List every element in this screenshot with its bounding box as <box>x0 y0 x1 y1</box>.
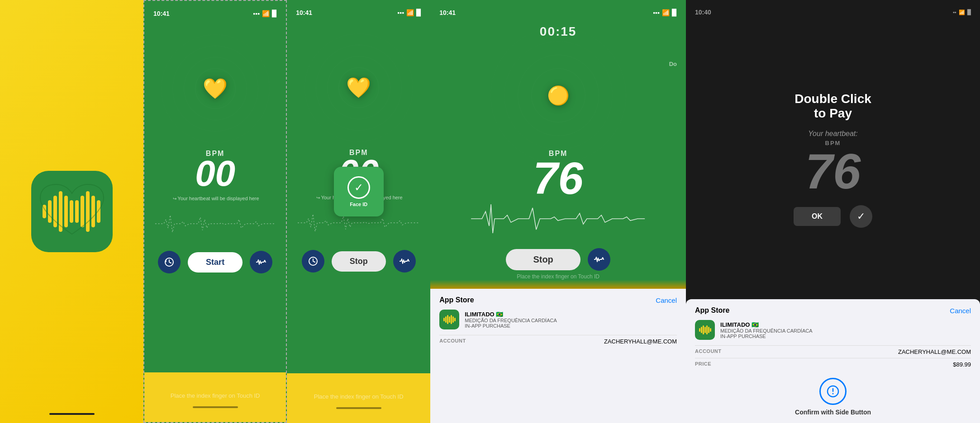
svg-rect-6 <box>75 200 79 223</box>
price-row: PRICE $89.99 <box>695 358 971 371</box>
radar-display: 🟡 <box>481 43 635 147</box>
account-row: ACCOUNT ZACHERYHALL@ME.COM <box>695 345 971 358</box>
waveform-svg <box>443 201 673 237</box>
double-click-hint: Do <box>669 61 677 67</box>
account-value: ZACHERYHALL@ME.COM <box>898 348 971 355</box>
svg-rect-19 <box>454 318 456 321</box>
account-row: ACCOUNT ZACHERYHALL@ME.COM <box>439 335 677 348</box>
svg-rect-24 <box>706 325 708 334</box>
home-indicator <box>49 413 95 415</box>
app-store-sheet: App Store Cancel <box>430 289 686 423</box>
radar-display: 💛 <box>157 30 274 147</box>
app-icon-graphic <box>38 180 106 243</box>
history-icon <box>308 256 318 266</box>
touch-id-label: Place the index finger on Touch ID <box>171 392 260 403</box>
svg-rect-14 <box>445 316 447 323</box>
panel-running-screen: 10:41 ▪▪▪ 📶 ▉ 00:15 🟡 Do BPM 76 Stop <box>430 0 686 423</box>
signal-icon: ▪▪▪ <box>253 10 260 17</box>
svg-rect-26 <box>710 328 711 332</box>
panel-app-icon <box>0 0 143 423</box>
bpm-dark-value: 76 <box>805 146 861 196</box>
status-time: 10:41 <box>153 10 170 17</box>
svg-rect-13 <box>443 318 445 321</box>
phone-main-content: 00:15 🟡 Do BPM 76 Stop Place the in <box>430 20 686 280</box>
heartbeat-placeholder: ↪ Your heartbeat will be displayed here <box>171 196 259 201</box>
status-bar-panel4: 10:41 ▪▪▪ 📶 ▉ <box>430 0 686 20</box>
panel-apple-pay: 10:40 ▪▪ 📶 ▉ Double Clickto Pay Your hea… <box>686 0 980 423</box>
account-label: ACCOUNT <box>439 338 466 345</box>
app-store-product: ILIMITADO 🇧🇷 MEDIÇÃO DA FREQUÊNCIA CARDÍ… <box>439 310 677 329</box>
svg-rect-17 <box>451 315 452 324</box>
apple-pay-content: Double Clickto Pay Your heartbeat: BPM 7… <box>686 20 980 299</box>
history-button[interactable] <box>158 251 181 273</box>
product-icon <box>695 320 715 340</box>
battery-icon: ▉ <box>672 9 677 16</box>
svg-rect-4 <box>64 196 68 227</box>
signal-icon: ▪▪▪ <box>397 9 404 16</box>
face-id-overlay: ✓ Face ID <box>334 167 384 216</box>
app-store-title: App Store <box>439 296 474 304</box>
app-store-header: App Store Cancel <box>695 306 971 315</box>
face-id-label: Face ID <box>350 202 367 207</box>
svg-rect-15 <box>447 315 448 324</box>
svg-rect-5 <box>70 200 73 223</box>
waveform-button[interactable] <box>250 251 272 273</box>
status-icons: ▪▪▪ 📶 ▉ <box>397 9 421 16</box>
gradient-transition <box>430 280 686 289</box>
waveform-icon <box>594 256 604 263</box>
app-store-title: App Store <box>695 306 729 315</box>
waveform-icon <box>256 259 266 265</box>
yellow-bottom-area: Place the index finger on Touch ID <box>287 373 430 423</box>
waveform-svg <box>155 206 276 242</box>
ok-button[interactable]: OK <box>794 207 841 226</box>
app-icon[interactable] <box>31 171 113 252</box>
home-indicator <box>336 407 381 409</box>
your-heartbeat-label: Your heartbeat: <box>808 130 857 138</box>
svg-rect-21 <box>701 327 702 333</box>
product-desc: MEDIÇÃO DA FREQUÊNCIA CARDÍACA IN-APP PU… <box>720 328 813 339</box>
waveform <box>443 201 673 246</box>
history-button[interactable] <box>302 250 324 273</box>
price-label: PRICE <box>695 361 711 368</box>
waveform-button[interactable] <box>588 248 610 271</box>
checkmark-button[interactable]: ✓ <box>850 205 872 228</box>
cancel-button[interactable]: Cancel <box>950 307 971 315</box>
bottom-controls: Stop <box>506 248 610 271</box>
waveform <box>155 206 276 242</box>
wifi-icon: 📶 <box>959 9 965 15</box>
start-button[interactable]: Start <box>188 252 243 273</box>
heart-icon: 💛 <box>346 76 371 99</box>
app-store-sheet-p5: App Store Cancel <box>686 299 980 423</box>
wifi-icon: 📶 <box>662 9 670 16</box>
double-click-pay-label: Double Clickto Pay <box>794 92 871 121</box>
touch-id-label: Place the index finger on Touch ID <box>314 393 404 404</box>
cancel-button[interactable]: Cancel <box>656 296 677 304</box>
status-time: 10:41 <box>296 9 312 16</box>
stop-button[interactable]: Stop <box>332 251 386 272</box>
svg-rect-1 <box>48 200 52 223</box>
bottom-controls: Stop <box>302 250 416 273</box>
svg-rect-23 <box>704 327 706 333</box>
status-icons: ▪▪▪ 📶 ▉ <box>653 9 677 16</box>
side-button-graphic <box>827 385 839 398</box>
svg-rect-16 <box>449 316 450 323</box>
signal-icon: ▪▪ <box>953 9 956 15</box>
app-store-header: App Store Cancel <box>439 296 677 304</box>
wifi-icon: 📶 <box>262 10 270 17</box>
battery-icon: ▉ <box>272 10 277 17</box>
status-time: 10:41 <box>439 9 456 16</box>
app-store-product: ILIMITADO 🇧🇷 MEDIÇÃO DA FREQUÊNCIA CARDÍ… <box>695 320 971 340</box>
ok-check-row: OK ✓ <box>794 205 872 228</box>
stop-button[interactable]: Stop <box>506 249 580 270</box>
side-button-icon <box>819 378 847 405</box>
svg-rect-7 <box>81 196 84 227</box>
waveform-button[interactable] <box>393 250 416 273</box>
waveform-icon <box>400 258 409 264</box>
status-bar-panel5: 10:40 ▪▪ 📶 ▉ <box>686 0 980 20</box>
svg-rect-22 <box>703 325 704 334</box>
svg-rect-8 <box>86 191 90 232</box>
svg-rect-20 <box>699 328 700 332</box>
status-bar-panel3: 10:41 ▪▪▪ 📶 ▉ <box>287 0 430 20</box>
bottom-controls: Start <box>158 251 272 273</box>
product-info: ILIMITADO 🇧🇷 MEDIÇÃO DA FREQUÊNCIA CARDÍ… <box>465 311 557 329</box>
